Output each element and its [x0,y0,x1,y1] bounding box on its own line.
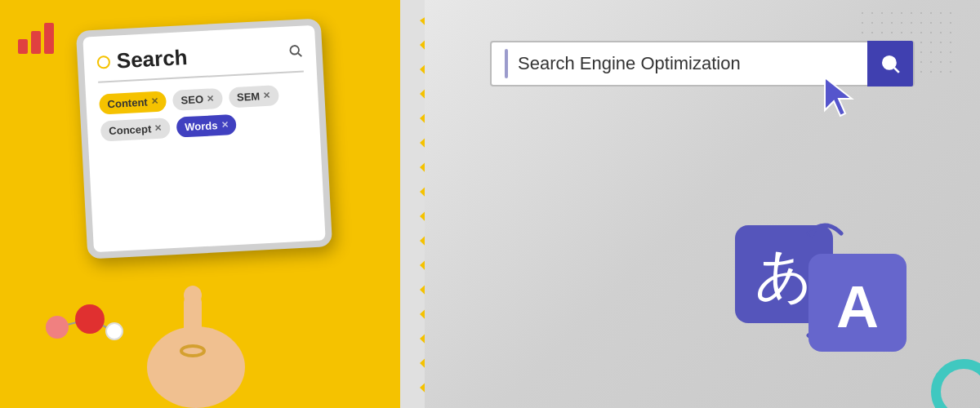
tag-words: Words ✕ [176,114,237,138]
svg-point-3 [290,45,299,54]
cursor-icon [821,73,862,126]
svg-line-4 [298,52,301,55]
translation-icon: あ A [735,209,915,359]
svg-text:あ: あ [755,243,813,307]
svg-point-7 [46,316,69,339]
bar-chart-icon [16,16,57,57]
teal-circle-decoration [931,359,980,408]
svg-rect-11 [184,294,202,375]
search-circle-icon [96,55,110,69]
search-input-value: Search Engine Optimization [518,53,867,74]
svg-rect-2 [44,23,54,54]
svg-rect-0 [18,39,28,54]
svg-point-8 [75,304,105,334]
tag-concept: Concept ✕ [100,118,171,141]
molecule-icon [33,282,131,359]
svg-text:A: A [836,274,879,339]
svg-line-15 [894,68,899,73]
tag-sem: SEM ✕ [228,85,278,108]
search-icon [880,53,901,74]
tablet-search-title: Search [116,40,288,74]
search-button[interactable] [867,41,913,86]
tablet-device: Search Content ✕ SEO ✕ SEM ✕ Co [76,18,332,259]
tag-seo: SEO ✕ [172,88,223,111]
svg-point-13 [184,286,202,305]
tablet-search-bar: Search [96,39,304,83]
svg-point-14 [883,56,895,69]
tag-content: Content ✕ [99,91,167,114]
svg-point-9 [106,323,122,339]
tablet-tags: Content ✕ SEO ✕ SEM ✕ Concept ✕ Words ✕ [99,83,307,141]
right-panel: Search Engine Optimization あ [425,0,980,408]
search-bar-accent [505,49,508,78]
svg-rect-1 [31,31,41,54]
tablet-search-icon [287,42,303,61]
svg-marker-16 [825,78,852,116]
hand-pointing-icon [122,245,270,408]
left-panel: Search Content ✕ SEO ✕ SEM ✕ Co [0,0,425,408]
